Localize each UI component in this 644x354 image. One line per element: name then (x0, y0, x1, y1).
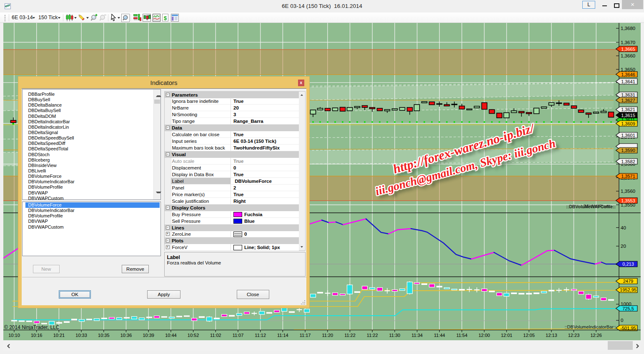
svg-text:12:05: 12:05 (523, 333, 535, 338)
svg-text:-501,95: -501,95 (620, 326, 636, 331)
svg-text:© 2014 NinjaTrader, LLC: © 2014 NinjaTrader, LLC (4, 324, 60, 330)
svg-text:11:34: 11:34 (411, 333, 423, 338)
svg-text:10:10: 10:10 (8, 333, 20, 338)
svg-text:1,3680: 1,3680 (621, 26, 635, 31)
svg-text:725,5: 725,5 (622, 306, 634, 311)
svg-text:1,3650: 1,3650 (621, 67, 635, 72)
svg-text:10:16: 10:16 (31, 333, 43, 338)
svg-text:12:00: 12:00 (479, 333, 490, 338)
svg-text:11:17: 11:17 (300, 333, 311, 338)
svg-text:10:44: 10:44 (165, 333, 177, 338)
svg-text:1,3631: 1,3631 (621, 92, 635, 97)
svg-text:12:23: 12:23 (568, 333, 580, 338)
svg-text:10:33: 10:33 (75, 333, 87, 338)
svg-text:40: 40 (621, 225, 626, 230)
svg-text:::DBVolumeIndicatorBar::: ::DBVolumeIndicatorBar:: (564, 324, 616, 329)
svg-text:1,3609: 1,3609 (621, 121, 635, 126)
svg-text:12:01: 12:01 (501, 333, 513, 338)
svg-text:10:35: 10:35 (98, 333, 110, 338)
svg-text:2479: 2479 (623, 279, 633, 284)
svg-text:1952,95: 1952,95 (620, 287, 636, 292)
svg-text:1,3615: 1,3615 (621, 113, 635, 118)
svg-text:10:36: 10:36 (120, 333, 132, 338)
svg-text:1,3670: 1,3670 (621, 40, 635, 45)
svg-text:1,3641: 1,3641 (621, 79, 635, 84)
svg-text:11:22: 11:22 (344, 333, 356, 338)
svg-text:11:20: 11:20 (322, 333, 333, 338)
svg-text:11:02: 11:02 (210, 333, 221, 338)
svg-text:1,3553: 1,3553 (621, 198, 635, 203)
svg-text:11:54: 11:54 (456, 333, 468, 338)
svg-text:11:12: 11:12 (255, 333, 266, 338)
svg-text:$: $ (164, 15, 167, 21)
svg-text:0,213: 0,213 (622, 262, 634, 267)
svg-text:11:30: 11:30 (389, 333, 401, 338)
svg-text:11:22: 11:22 (367, 333, 378, 338)
svg-text:1,3582: 1,3582 (621, 159, 635, 164)
svg-text:10:39: 10:39 (143, 333, 154, 338)
svg-text:::DBVWAPtom::: ::DBVWAPtom:: (581, 204, 612, 209)
svg-text:1,3646: 1,3646 (621, 72, 635, 77)
svg-text:11:07: 11:07 (233, 333, 244, 338)
svg-text:1,3601: 1,3601 (621, 133, 635, 138)
svg-text:10:21: 10:21 (53, 333, 65, 338)
svg-text:20: 20 (621, 244, 626, 249)
svg-text:11:14: 11:14 (277, 333, 288, 338)
svg-text:1,3627: 1,3627 (621, 98, 635, 103)
svg-text:1,3571: 1,3571 (621, 174, 635, 179)
svg-text:11:44: 11:44 (434, 333, 445, 338)
svg-text:0: 0 (621, 318, 623, 323)
svg-text:1,3665: 1,3665 (621, 47, 635, 52)
svg-text:1,3660: 1,3660 (621, 53, 635, 58)
svg-text:12:26: 12:26 (590, 333, 602, 338)
svg-text:1,3621: 1,3621 (621, 107, 635, 112)
svg-text:1,3590: 1,3590 (621, 148, 635, 153)
svg-text:12:13: 12:13 (546, 333, 557, 338)
svg-text:10:52: 10:52 (188, 333, 199, 338)
svg-text:1,3560: 1,3560 (621, 189, 635, 194)
